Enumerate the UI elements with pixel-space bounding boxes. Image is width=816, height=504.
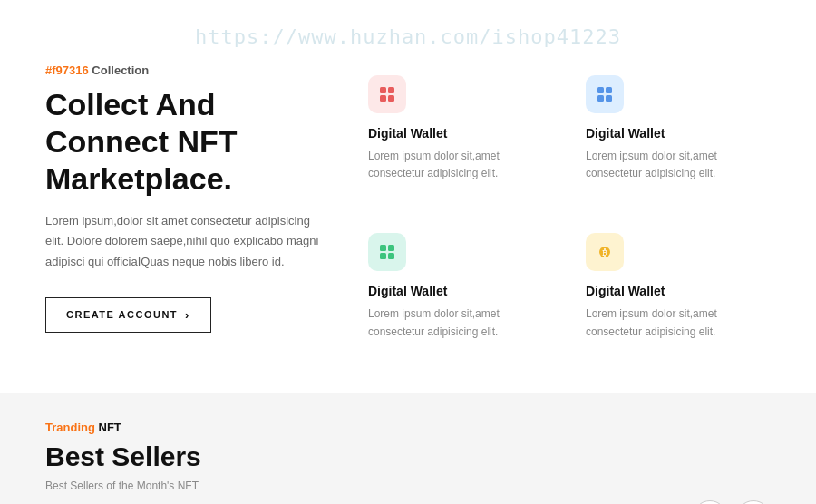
card-icon-1	[368, 75, 406, 113]
svg-rect-8	[380, 245, 386, 251]
card-text-2: Lorem ipsum dolor sit,amet consectetur a…	[586, 148, 756, 182]
bottom-section: Tranding NFT Best Sellers Best Sellers o…	[0, 393, 816, 504]
nft-word: #f97316	[45, 63, 89, 77]
card-title-4: Digital Wallet	[586, 284, 756, 298]
svg-rect-7	[606, 95, 612, 102]
svg-rect-3	[388, 95, 394, 102]
svg-text:₿: ₿	[602, 247, 607, 257]
svg-rect-10	[380, 253, 386, 259]
nft-collection-label: #f97316 Collection	[45, 63, 326, 77]
top-section: #f97316 Collection Collect And Connect N…	[0, 0, 816, 393]
collection-word: Collection	[92, 63, 149, 77]
card-icon-3	[368, 233, 406, 271]
card-icon-4: ₿	[586, 233, 624, 271]
prev-arrow-button[interactable]: ←	[693, 500, 727, 504]
create-account-label: CREATE ACCOUNT	[66, 309, 178, 320]
svg-rect-11	[388, 253, 394, 259]
card-text-3: Lorem ipsum dolor sit,amet consectetur a…	[368, 305, 539, 340]
best-sellers-heading: Best Sellers	[45, 441, 771, 472]
card-title-1: Digital Wallet	[368, 126, 539, 141]
svg-rect-6	[597, 95, 604, 102]
svg-rect-9	[388, 245, 394, 251]
left-panel: #f97316 Collection Collect And Connect N…	[45, 54, 354, 333]
card-text-4: Lorem ipsum dolor sit,amet consectetur a…	[586, 305, 756, 340]
card-title-2: Digital Wallet	[586, 126, 756, 141]
card-title-3: Digital Wallet	[368, 284, 539, 298]
tranding-word: Tranding	[45, 421, 95, 434]
headline: Collect And Connect NFT Marketplace.	[45, 86, 326, 197]
cards-grid: Digital Wallet Lorem ipsum dolor sit,ame…	[354, 54, 771, 357]
svg-rect-4	[597, 87, 604, 93]
svg-rect-0	[380, 87, 386, 93]
card-digital-wallet-3: Digital Wallet Lorem ipsum dolor sit,ame…	[354, 217, 553, 356]
card-digital-wallet-1: Digital Wallet Lorem ipsum dolor sit,ame…	[354, 59, 553, 199]
svg-rect-1	[388, 87, 394, 93]
description-text: Lorem ipsum,dolor sit amet consectetur a…	[45, 211, 326, 271]
sellers-subtitle: Best Sellers of the Month's NFT	[45, 480, 771, 492]
tranding-label: Tranding NFT	[45, 421, 771, 434]
card-digital-wallet-4: ₿ Digital Wallet Lorem ipsum dolor sit,a…	[571, 217, 771, 356]
card-digital-wallet-2: Digital Wallet Lorem ipsum dolor sit,ame…	[571, 59, 771, 199]
card-text-1: Lorem ipsum dolor sit,amet consectetur a…	[368, 148, 539, 182]
create-account-button[interactable]: CREATE ACCOUNT ›	[45, 297, 211, 333]
nft-word-bottom: NFT	[99, 421, 121, 434]
svg-rect-5	[606, 87, 612, 93]
navigation-arrows: ← →	[693, 500, 771, 504]
card-icon-2	[586, 75, 624, 113]
arrow-icon: ›	[185, 308, 190, 322]
svg-rect-2	[380, 95, 386, 102]
next-arrow-button[interactable]: →	[736, 500, 771, 504]
